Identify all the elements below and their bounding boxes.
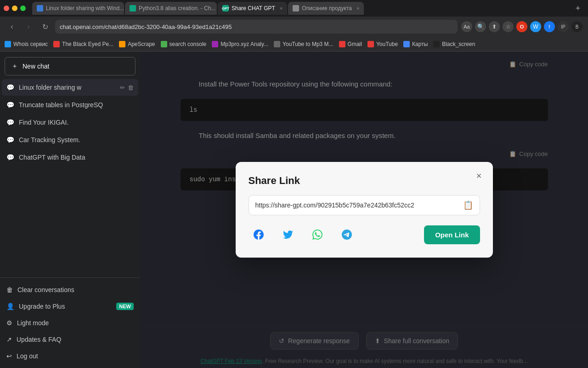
bookmark-label-mp3pro: Mp3pro.xyz Analy... — [220, 41, 268, 47]
chat-item-ikigai[interactable]: 💬 Find Your IKIGAI. — [2, 114, 138, 131]
bookmark-blackscreen[interactable]: Black_screen — [433, 41, 475, 47]
modal-close-button[interactable]: × — [473, 169, 486, 182]
tab-label-opisanie: Описание продукта — [302, 5, 352, 12]
address-text: chat.openai.com/chat/d68ad2bc-3200-40aa-… — [60, 23, 232, 30]
toolbar-icons: Aa 🔍 ⬆ ☆ O W f IP B — [461, 21, 582, 32]
modal-overlay[interactable]: × Share Link https://share-gpt.com/90291… — [140, 52, 588, 368]
share-toolbar-icon[interactable]: ⬆ — [489, 21, 500, 32]
sidebar-action-faq[interactable]: ↗ Updates & FAQ — [2, 331, 138, 348]
bookmark-whois[interactable]: Whois сервис — [5, 41, 48, 47]
bookmark-favicon-blackeyed — [53, 41, 60, 47]
bookmark-favicon-whois — [5, 41, 11, 47]
bookmark-blackeyed[interactable]: The Black Eyed Pe... — [53, 41, 113, 47]
twitter-share-button[interactable] — [278, 224, 298, 245]
modal-url-box: https://share-gpt.com/902915b5c759a7e242… — [249, 195, 480, 215]
bookmark-favicon-karta — [403, 41, 410, 47]
sidebar-action-logout[interactable]: ↩ Log out — [2, 348, 138, 364]
telegram-share-button[interactable] — [337, 224, 357, 245]
extension1-icon[interactable]: W — [530, 21, 541, 32]
chat-list: 💬 Linux folder sharing w ✏ 🗑 💬 Truncate … — [0, 79, 140, 277]
address-bar[interactable]: chat.openai.com/chat/d68ad2bc-3200-40aa-… — [55, 20, 458, 34]
modal-copy-button[interactable]: 📋 — [463, 200, 473, 210]
tab-label-linux: Linux folder sharing with Wind... — [46, 5, 124, 12]
chat-item-car[interactable]: 💬 Car Tracking System. — [2, 132, 138, 148]
tab-favicon-python — [130, 5, 136, 12]
tab-close-opisanie[interactable]: × — [356, 6, 359, 11]
clear-icon: 🗑 — [6, 286, 13, 293]
traffic-light-close[interactable] — [4, 6, 9, 11]
modal-title: Share Link — [249, 175, 480, 187]
chat-icon-truncate: 💬 — [6, 101, 14, 109]
new-chat-label: New chat — [23, 63, 49, 70]
new-chat-button[interactable]: ＋ New chat — [5, 57, 136, 75]
edit-icon-linux[interactable]: ✏ — [120, 84, 125, 91]
chat-item-label-linux: Linux folder sharing w — [19, 84, 115, 91]
chat-item-label-truncate: Truncate tables in PostgreSQ — [19, 101, 134, 109]
sidebar-action-lightmode[interactable]: ⚙ Light mode — [2, 315, 138, 331]
open-link-button[interactable]: Open Link — [424, 225, 480, 244]
bookmark-youtube-mp3[interactable]: YouTube to Mp3 M... — [274, 41, 334, 47]
extension3-icon[interactable]: IP — [558, 21, 569, 32]
traffic-light-minimize[interactable] — [12, 6, 17, 11]
new-tab-button[interactable]: + — [571, 2, 584, 15]
bookmark-favicon-mp3pro — [212, 41, 218, 47]
forward-button[interactable]: › — [22, 20, 35, 33]
reload-button[interactable]: ↻ — [39, 20, 51, 33]
bookmark-label-apescrape: ApeScrape — [128, 41, 155, 47]
chat-item-linux[interactable]: 💬 Linux folder sharing w ✏ 🗑 — [2, 79, 138, 96]
bookmark-label-karta: Карты — [412, 41, 428, 47]
facebook-share-button[interactable] — [249, 224, 269, 245]
chat-item-truncate[interactable]: 💬 Truncate tables in PostgreSQ — [2, 97, 138, 113]
logout-icon: ↩ — [6, 352, 12, 360]
delete-icon-linux[interactable]: 🗑 — [128, 84, 134, 91]
tab-opisanie[interactable]: Описание продукта × — [288, 2, 364, 15]
upgrade-icon: 👤 — [6, 303, 14, 310]
tab-favicon-linux — [37, 5, 43, 12]
tab-favicon-opisanie — [293, 5, 299, 12]
tab-share[interactable]: GPT Share CHAT GPT × — [218, 2, 287, 15]
bookmark-favicon-apescrape — [119, 41, 125, 47]
new-badge: NEW — [116, 303, 134, 310]
tabs-container: Linux folder sharing with Wind... × Pyth… — [32, 2, 571, 15]
faq-icon: ↗ — [6, 336, 12, 343]
whatsapp-share-button[interactable] — [307, 224, 328, 245]
bookmark-label-blackscreen: Black_screen — [442, 41, 475, 47]
tab-python[interactable]: Python3.8 alias creation. - Ch... × — [125, 2, 217, 15]
tab-label-python: Python3.8 alias creation. - Ch... — [139, 5, 215, 12]
extension4-icon[interactable]: B — [571, 21, 582, 32]
chat-icon-ikigai: 💬 — [6, 119, 14, 126]
back-button[interactable]: ‹ — [6, 20, 18, 33]
chat-icon-bigdata: 💬 — [6, 154, 14, 161]
tab-close-share[interactable]: × — [280, 6, 283, 11]
opera-icon[interactable]: O — [516, 21, 527, 32]
bookmark-gmail[interactable]: Gmail — [339, 41, 362, 47]
bookmark-searchconsole[interactable]: search console — [161, 41, 207, 47]
bookmark-label-youtube-mp3: YouTube to Mp3 M... — [283, 41, 334, 47]
chat-item-bigdata[interactable]: 💬 ChatGPT with Big Data — [2, 149, 138, 166]
search-icon[interactable]: 🔍 — [475, 21, 486, 32]
bookmark-youtube[interactable]: YouTube — [368, 41, 398, 47]
bookmark-karta[interactable]: Карты — [403, 41, 428, 47]
screen-reader-icon[interactable]: Aa — [461, 21, 472, 32]
sidebar: ＋ New chat 💬 Linux folder sharing w ✏ 🗑 … — [0, 52, 140, 368]
bookmark-favicon-youtube — [368, 41, 374, 47]
bookmark-apescrape[interactable]: ApeScrape — [119, 41, 155, 47]
modal-social-row: Open Link — [249, 224, 480, 245]
extension2-icon[interactable]: f — [544, 21, 555, 32]
plus-icon: ＋ — [11, 62, 18, 70]
sidebar-action-clear[interactable]: 🗑 Clear conversations — [2, 282, 138, 298]
bookmark-favicon-blackscreen — [433, 41, 440, 47]
bookmark-favicon-gmail — [339, 41, 345, 47]
sidebar-bottom: 🗑 Clear conversations 👤 Upgrade to Plus … — [0, 277, 140, 364]
main-layout: ＋ New chat 💬 Linux folder sharing w ✏ 🗑 … — [0, 52, 588, 368]
bookmark-mp3pro[interactable]: Mp3pro.xyz Analy... — [212, 41, 268, 47]
toolbar: ‹ › ↻ chat.openai.com/chat/d68ad2bc-3200… — [0, 17, 588, 37]
bookmark-label-searchconsole: search console — [170, 41, 207, 47]
bookmark-label-whois: Whois сервис — [13, 41, 48, 47]
bookmark-icon[interactable]: ☆ — [503, 21, 514, 32]
chat-icon-car: 💬 — [6, 136, 14, 144]
tab-linux[interactable]: Linux folder sharing with Wind... × — [32, 2, 124, 15]
sidebar-action-upgrade[interactable]: 👤 Upgrade to Plus NEW — [2, 298, 138, 315]
bookmark-label-youtube: YouTube — [376, 41, 398, 47]
traffic-light-maximize[interactable] — [20, 6, 26, 11]
